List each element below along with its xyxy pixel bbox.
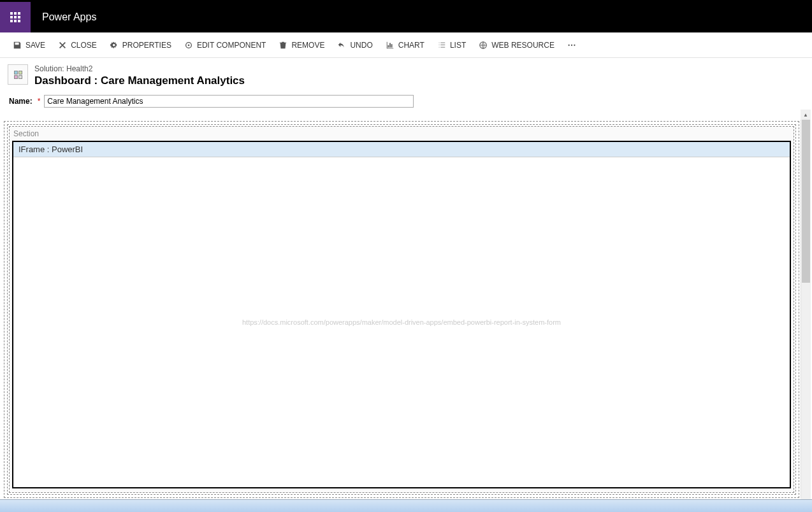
save-icon bbox=[13, 41, 22, 50]
svg-point-3 bbox=[568, 44, 569, 45]
globe-icon bbox=[479, 41, 488, 50]
undo-button[interactable]: UNDO bbox=[332, 38, 377, 52]
svg-point-4 bbox=[571, 44, 572, 45]
name-input[interactable] bbox=[44, 95, 414, 108]
remove-button[interactable]: REMOVE bbox=[273, 38, 330, 52]
chart-icon bbox=[386, 41, 395, 50]
edit-component-label: EDIT COMPONENT bbox=[197, 41, 266, 50]
gear-icon bbox=[184, 41, 193, 50]
chart-button[interactable]: CHART bbox=[381, 38, 430, 52]
close-icon bbox=[58, 41, 67, 50]
properties-button[interactable]: PROPERTIES bbox=[105, 38, 177, 52]
remove-label: REMOVE bbox=[291, 41, 324, 50]
command-bar: SAVE CLOSE PROPERTIES EDIT COMPONENT REM… bbox=[0, 32, 812, 58]
required-indicator: * bbox=[38, 97, 41, 106]
list-label: LIST bbox=[450, 41, 466, 50]
close-button[interactable]: CLOSE bbox=[53, 38, 102, 52]
app-launcher-button[interactable] bbox=[0, 2, 31, 32]
properties-label: PROPERTIES bbox=[122, 41, 171, 50]
list-icon bbox=[437, 41, 446, 50]
svg-point-1 bbox=[188, 44, 190, 46]
more-button[interactable] bbox=[562, 38, 581, 52]
undo-label: UNDO bbox=[350, 41, 372, 50]
header-bar: Power Apps bbox=[0, 2, 812, 32]
app-title: Power Apps bbox=[31, 2, 108, 32]
dashboard-title: Dashboard : Care Management Analytics bbox=[34, 75, 245, 87]
ellipsis-icon bbox=[567, 41, 576, 50]
trash-icon bbox=[279, 41, 287, 50]
gear-icon bbox=[110, 41, 119, 50]
undo-icon bbox=[337, 41, 346, 50]
solution-label: Solution: Health2 bbox=[34, 64, 245, 73]
edit-component-button[interactable]: EDIT COMPONENT bbox=[179, 38, 271, 52]
close-label: CLOSE bbox=[71, 41, 97, 50]
waffle-icon bbox=[10, 12, 20, 22]
list-button[interactable]: LIST bbox=[432, 38, 471, 52]
chart-label: CHART bbox=[398, 41, 424, 50]
svg-point-5 bbox=[574, 44, 575, 45]
web-resource-label: WEB RESOURCE bbox=[491, 41, 555, 50]
name-field-row: Name: * bbox=[0, 90, 812, 111]
dashboard-entity-icon bbox=[8, 64, 28, 85]
save-label: SAVE bbox=[25, 41, 45, 50]
context-header: Solution: Health2 Dashboard : Care Manag… bbox=[0, 58, 812, 90]
name-label: Name: bbox=[9, 97, 33, 106]
web-resource-button[interactable]: WEB RESOURCE bbox=[474, 38, 560, 52]
scroll-up-arrow-icon[interactable]: ▲ bbox=[801, 110, 811, 111]
save-button[interactable]: SAVE bbox=[8, 38, 50, 52]
